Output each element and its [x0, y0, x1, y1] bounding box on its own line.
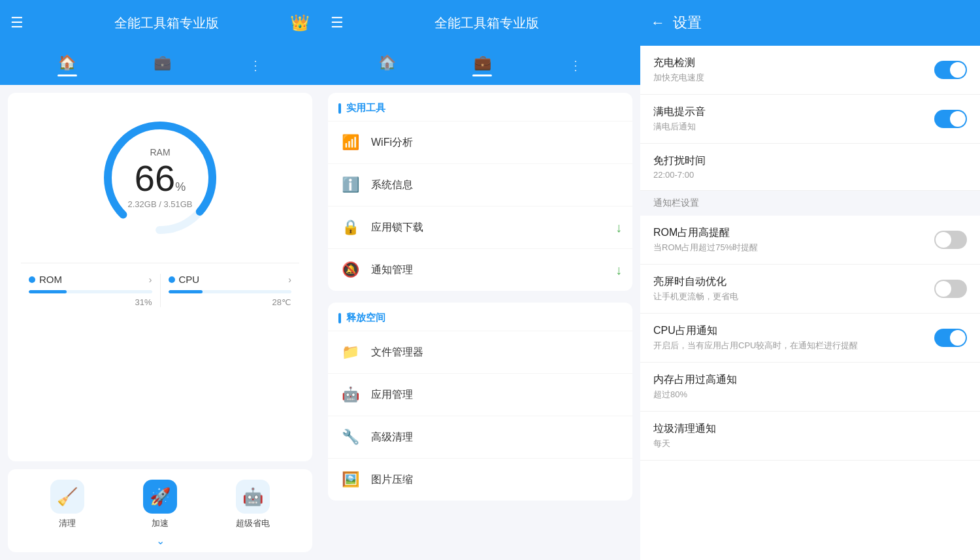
full-sound-text: 满电提示音 满电后通知 [653, 105, 934, 133]
panel2-tabs: 🏠 💼 ⋮ [320, 46, 640, 85]
action-speed[interactable]: 🚀 加速 ⌄ [143, 480, 177, 547]
tab-tools-p2[interactable]: 💼 [474, 54, 491, 76]
mem-high-text: 内存占用过高通知 超过80% [653, 373, 967, 401]
tab-tools-p1[interactable]: 💼 [154, 54, 171, 76]
tool-wifi[interactable]: 📶 WiFi分析 [328, 121, 632, 163]
cpu-notify-toggle[interactable] [934, 329, 967, 347]
free-space-section: 释放空间 📁 文件管理器 🤖 应用管理 🔧 高级清理 🖼️ 图片压缩 [328, 303, 632, 501]
tool-appmanage[interactable]: 🤖 应用管理 [328, 373, 632, 416]
tool-imgcompress[interactable]: 🖼️ 图片压缩 [328, 458, 632, 501]
screen-opt-text: 亮屏时自动优化 让手机更流畅，更省电 [653, 275, 934, 303]
settings-screen-opt[interactable]: 亮屏时自动优化 让手机更流畅，更省电 [640, 265, 980, 314]
panel1-title: 全能工具箱专业版 [24, 14, 310, 32]
utility-tools-title: 实用工具 [328, 93, 632, 121]
junk-clean-sub: 每天 [653, 438, 967, 450]
settings-full-sound[interactable]: 满电提示音 满电后通知 [640, 95, 980, 144]
settings-no-disturb[interactable]: 免打扰时间 22:00-7:00 [640, 144, 980, 191]
screen-opt-title: 亮屏时自动优化 [653, 275, 934, 289]
charge-detect-toggle[interactable] [934, 61, 967, 79]
action-save-power[interactable]: 🤖 超级省电 [236, 480, 270, 529]
action-bar: 🧹 清理 🚀 加速 ⌄ 🤖 超级省电 [8, 469, 312, 552]
settings-rom-high[interactable]: ROM占用高提醒 当ROM占用超过75%时提醒 [640, 216, 980, 265]
advclean-label: 高级清理 [371, 431, 622, 444]
ram-gauge: RAM 66 % 2.32GB / 3.51GB [95, 112, 225, 243]
notify-label: 通知管理 [371, 263, 615, 277]
stat-rom[interactable]: ROM › 31% [21, 274, 160, 307]
menu-icon[interactable]: ☰ [10, 14, 24, 31]
settings-list: 充电检测 加快充电速度 满电提示音 满电后通知 免打扰时间 22:00-7:00… [640, 46, 980, 560]
full-sound-sub: 满电后通知 [653, 121, 934, 133]
panel1-header: ☰ 全能工具箱专业版 👑 [0, 0, 320, 46]
sysinfo-icon: ℹ️ [338, 173, 362, 197]
cpu-dot [169, 276, 175, 283]
wifi-icon: 📶 [338, 131, 362, 154]
rom-high-toggle[interactable] [934, 231, 967, 249]
panel2-header: ☰ 全能工具箱专业版 [320, 0, 640, 46]
tool-advclean[interactable]: 🔧 高级清理 [328, 416, 632, 458]
free-space-title: 释放空间 [328, 303, 632, 331]
save-power-icon-wrap: 🤖 [236, 480, 270, 514]
full-sound-toggle[interactable] [934, 110, 967, 128]
settings-mem-high[interactable]: 内存占用过高通知 超过80% [640, 363, 980, 412]
action-clean[interactable]: 🧹 清理 [50, 480, 84, 529]
appmanage-icon: 🤖 [338, 383, 362, 406]
tool-notify[interactable]: 🔕 通知管理 ↓ [328, 248, 632, 291]
stats-row: ROM › 31% CPU › [21, 263, 299, 307]
junk-clean-text: 垃圾清理通知 每天 [653, 422, 967, 450]
stat-rom-name: ROM [29, 274, 62, 285]
stat-cpu-name: CPU [169, 274, 200, 285]
screen-opt-sub: 让手机更流畅，更省电 [653, 291, 934, 303]
wifi-label: WiFi分析 [371, 136, 622, 150]
rom-high-sub: 当ROM占用超过75%时提醒 [653, 242, 934, 254]
imgcompress-icon: 🖼️ [338, 468, 362, 491]
crown-icon: 👑 [290, 14, 310, 32]
charge-detect-text: 充电检测 加快充电速度 [653, 56, 934, 84]
panel-2: ☰ 全能工具箱专业版 🏠 💼 ⋮ 实用工具 📶 WiFi分析 ℹ️ 系统信息 🔒… [320, 0, 640, 560]
rom-dot [29, 276, 35, 283]
cpu-notify-text: CPU占用通知 开启后，当有应用占用CPU较高时，在通知栏进行提醒 [653, 324, 934, 352]
panel1-main: RAM 66 % 2.32GB / 3.51GB ROM › [8, 93, 312, 461]
tool-sysinfo[interactable]: ℹ️ 系统信息 [328, 163, 632, 206]
screen-opt-toggle[interactable] [934, 280, 967, 298]
gauge-label: RAM [127, 147, 192, 157]
back-button[interactable]: ← [651, 14, 665, 31]
sysinfo-label: 系统信息 [371, 178, 622, 192]
rom-high-text: ROM占用高提醒 当ROM占用超过75%时提醒 [653, 226, 934, 254]
settings-junk-clean[interactable]: 垃圾清理通知 每天 [640, 412, 980, 461]
speed-icon-wrap: 🚀 [143, 480, 177, 514]
stat-cpu[interactable]: CPU › 28℃ [160, 274, 300, 307]
rom-bar-fill [29, 290, 67, 293]
advclean-icon: 🔧 [338, 425, 362, 449]
mem-high-title: 内存占用过高通知 [653, 373, 967, 387]
menu-icon-p2[interactable]: ☰ [331, 14, 344, 31]
full-sound-title: 满电提示音 [653, 105, 934, 119]
mem-high-sub: 超过80% [653, 389, 967, 401]
settings-cpu-notify[interactable]: CPU占用通知 开启后，当有应用占用CPU较高时，在通知栏进行提醒 [640, 314, 980, 363]
applock-icon: 🔒 [338, 216, 362, 239]
tool-filemanager[interactable]: 📁 文件管理器 [328, 331, 632, 373]
imgcompress-label: 图片压缩 [371, 473, 622, 487]
settings-charge-detect[interactable]: 充电检测 加快充电速度 [640, 46, 980, 95]
panel-1: ☰ 全能工具箱专业版 👑 🏠 💼 ⋮ RAM 66 % [0, 0, 320, 560]
settings-title: 设置 [673, 13, 702, 33]
speed-label: 加速 [152, 518, 169, 529]
section-bar-1 [338, 103, 341, 114]
clean-icon-wrap: 🧹 [50, 480, 84, 514]
save-power-label: 超级省电 [236, 518, 270, 529]
settings-header: ← 设置 [640, 0, 980, 46]
tab-home-p1[interactable]: 🏠 [58, 54, 76, 76]
charge-detect-sub: 加快充电速度 [653, 72, 934, 84]
cpu-notify-sub: 开启后，当有应用占用CPU较高时，在通知栏进行提醒 [653, 340, 934, 352]
chevron-down-icon: ⌄ [143, 535, 177, 547]
home-icon-p2: 🏠 [378, 54, 396, 71]
no-disturb-text: 免打扰时间 22:00-7:00 [653, 154, 967, 180]
utility-tools-section: 实用工具 📶 WiFi分析 ℹ️ 系统信息 🔒 应用锁下载 ↓ 🔕 通知管理 ↓ [328, 93, 632, 291]
applock-label: 应用锁下载 [371, 221, 615, 235]
tool-applock[interactable]: 🔒 应用锁下载 ↓ [328, 206, 632, 248]
tab-home-p2[interactable]: 🏠 [378, 54, 396, 76]
junk-clean-title: 垃圾清理通知 [653, 422, 967, 436]
tab-more-p2[interactable]: ⋮ [569, 58, 582, 73]
tab-more-p1[interactable]: ⋮ [249, 58, 262, 73]
applock-badge: ↓ [615, 220, 622, 235]
cpu-bar-bg [169, 290, 292, 293]
